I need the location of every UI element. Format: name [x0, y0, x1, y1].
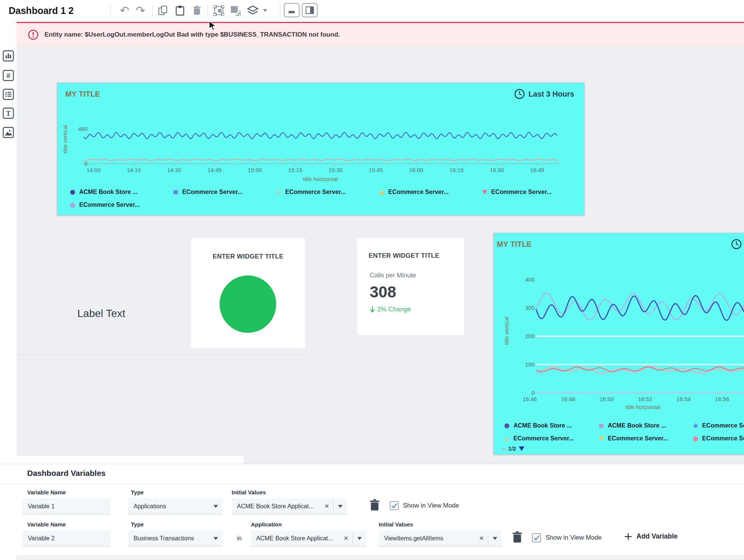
- remove-token-icon[interactable]: ✕: [479, 535, 484, 542]
- variable-name-input[interactable]: Variable 2: [23, 531, 110, 546]
- time-range-label: Last 3 Hours: [529, 90, 574, 98]
- svg-text:0: 0: [85, 160, 88, 167]
- widget-palette: # T: [0, 22, 17, 464]
- page-down-icon[interactable]: [519, 446, 524, 451]
- type-select[interactable]: Applications: [128, 498, 223, 514]
- select-caret[interactable]: [334, 505, 347, 508]
- number-widget-icon[interactable]: #: [3, 70, 14, 81]
- copy-button[interactable]: [155, 3, 171, 18]
- svg-text:100: 100: [525, 361, 535, 368]
- legend-item[interactable]: ACME Book Store ...: [70, 186, 173, 198]
- label-widget[interactable]: Label Text: [77, 308, 125, 320]
- time-range[interactable]: [731, 238, 742, 250]
- variable-name-input[interactable]: Variable 1: [23, 498, 110, 514]
- remove-token-icon[interactable]: ✕: [324, 503, 329, 510]
- legend-item[interactable]: ECommerce Ser...: [693, 432, 744, 445]
- legend-item[interactable]: ECommerce Server...: [482, 186, 585, 198]
- time-range[interactable]: Last 3 Hours: [514, 88, 574, 100]
- svg-text:15:00: 15:00: [248, 167, 262, 173]
- toolbar-divider: [280, 5, 280, 17]
- legend-item[interactable]: ACME Book Store ...: [504, 419, 598, 432]
- dashboard-editor: Dashboard 1 2 ↶ ↷: [0, 0, 744, 560]
- legend-label: ECommerce Ser...: [702, 422, 744, 429]
- ungroup-icon: [230, 5, 241, 16]
- svg-text:16:56: 16:56: [715, 396, 729, 402]
- add-variable-button[interactable]: Add Variable: [624, 532, 678, 540]
- legend-label: ECommerce Server...: [491, 189, 552, 195]
- group-icon: [214, 5, 224, 16]
- remove-token-icon[interactable]: ✕: [344, 535, 349, 542]
- svg-text:0: 0: [532, 389, 535, 396]
- initial-values-label: Initial Values: [232, 489, 266, 495]
- undo-button[interactable]: ↶: [117, 3, 132, 18]
- timeseries-widget-2[interactable]: MY TITLE title vertical 16:4616:4816:501…: [493, 233, 744, 455]
- group-button[interactable]: [211, 3, 226, 18]
- svg-text:#: #: [6, 72, 11, 80]
- pie-widget[interactable]: ENTER WIDGET TITLE: [191, 238, 305, 348]
- legend-item[interactable]: ECommerce Server...: [379, 186, 482, 198]
- layers-button[interactable]: [245, 3, 260, 18]
- paste-button[interactable]: [172, 3, 188, 18]
- legend-label: ACME Book Store ...: [79, 189, 138, 195]
- initial-values-select[interactable]: ViewItems.getAllItems ✕: [379, 531, 502, 546]
- legend-item[interactable]: ECommerce Ser...: [693, 419, 744, 432]
- svg-text:16:00: 16:00: [409, 167, 423, 173]
- plus-icon: [624, 533, 632, 540]
- legend-label: ACME Book Store ...: [608, 422, 666, 429]
- mouse-cursor: [208, 20, 217, 31]
- token-value: ViewItems.getAllItems: [384, 535, 443, 542]
- legend-item[interactable]: ECommerce Server...: [70, 198, 173, 211]
- legend-item[interactable]: ACME Book Store ...: [598, 419, 693, 432]
- bottom-panel-icon: [287, 6, 296, 14]
- delete-variable-button[interactable]: [369, 499, 380, 512]
- svg-text:15:30: 15:30: [329, 167, 343, 173]
- image-widget-icon[interactable]: [3, 127, 14, 138]
- variable-name-label: Variable Name: [27, 489, 66, 495]
- legend-label: ECommerce Server...: [79, 202, 140, 208]
- show-in-view-mode-checkbox[interactable]: [390, 501, 399, 510]
- checkbox-label: Show in View Mode: [546, 534, 602, 542]
- metric-widget[interactable]: ENTER WIDGET TITLE Calls per Minute 308 …: [357, 238, 464, 335]
- svg-text:16:15: 16:15: [449, 167, 464, 173]
- redo-button[interactable]: ↷: [133, 3, 148, 18]
- select-value: Applications: [134, 503, 166, 510]
- layers-dropdown-button[interactable]: [260, 3, 269, 18]
- select-caret[interactable]: [488, 537, 502, 540]
- toggle-bottom-panel-button[interactable]: [284, 3, 300, 17]
- legend-label: ECommerce Server...: [608, 435, 668, 442]
- legend-item[interactable]: ECommerce Server...: [504, 432, 598, 445]
- legend-item[interactable]: ECommerce Server...: [598, 432, 693, 445]
- text-widget-icon[interactable]: T: [3, 108, 14, 119]
- metric-label: Calls per Minute: [370, 272, 416, 279]
- application-select[interactable]: ACME Book Store Applicat... ✕: [251, 531, 366, 546]
- svg-text:16:52: 16:52: [638, 396, 652, 402]
- svg-text:16:46: 16:46: [523, 396, 537, 402]
- toolbar-divider: [110, 5, 111, 17]
- timeseries-widget-1[interactable]: MY TITLE Last 3 Hours title vertical 14:…: [57, 83, 584, 215]
- svg-text:16:48: 16:48: [561, 396, 575, 402]
- toggle-right-panel-button[interactable]: [302, 3, 318, 17]
- delete-variable-button[interactable]: [512, 531, 523, 544]
- show-in-view-mode-checkbox[interactable]: [532, 533, 541, 542]
- token-value: ACME Book Store Applicat...: [237, 503, 314, 510]
- delete-button[interactable]: [189, 3, 204, 18]
- clock-icon: [514, 88, 525, 100]
- list-widget-icon[interactable]: [3, 89, 14, 100]
- legend-item[interactable]: ECommerce Server...: [173, 186, 276, 198]
- panel-notch: [0, 456, 243, 464]
- square-marker-icon: [173, 189, 178, 195]
- select-caret[interactable]: [353, 537, 366, 540]
- legend-label: ECommerce Server...: [388, 189, 449, 195]
- type-select[interactable]: Business Transactions: [128, 531, 223, 546]
- select-value: Business Transactions: [134, 535, 194, 542]
- legend-pager: 1/2: [501, 445, 524, 452]
- page-up-icon[interactable]: [501, 447, 506, 450]
- chart-widget-icon[interactable]: [3, 50, 14, 62]
- alert-icon: [28, 29, 38, 40]
- legend-item[interactable]: ECommerce Server...: [276, 186, 379, 198]
- y-axis-title: title vertical: [62, 118, 68, 160]
- metric-change: 2% Change: [370, 306, 411, 313]
- initial-values-select[interactable]: ACME Book Store Applicat... ✕: [232, 498, 347, 514]
- ungroup-button[interactable]: [228, 3, 243, 18]
- triangle-up-marker-icon: [504, 436, 510, 442]
